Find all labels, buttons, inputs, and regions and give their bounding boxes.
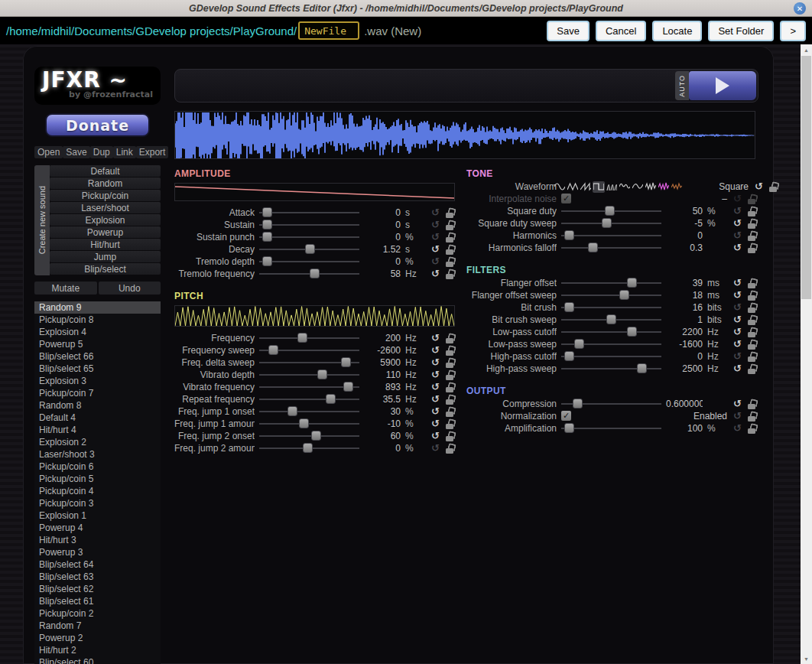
lock-icon[interactable]: [748, 194, 756, 204]
reset-icon[interactable]: ↺: [430, 256, 441, 267]
slider-thumb[interactable]: [602, 218, 612, 228]
param-slider[interactable]: [259, 418, 359, 430]
lock-icon[interactable]: [446, 220, 454, 230]
lock-icon[interactable]: [446, 395, 454, 405]
slider-thumb[interactable]: [262, 220, 272, 229]
param-slider[interactable]: [259, 430, 359, 442]
reset-icon[interactable]: ↺: [430, 443, 441, 454]
sound-list-item[interactable]: Hit/hurt 2: [34, 644, 161, 656]
slider-thumb[interactable]: [606, 314, 616, 324]
slider-thumb[interactable]: [311, 431, 321, 441]
toolbar-button-cancel[interactable]: Cancel: [596, 21, 646, 41]
slider-thumb[interactable]: [564, 351, 574, 361]
param-slider[interactable]: [561, 314, 661, 326]
lock-icon[interactable]: [446, 431, 454, 441]
param-slider[interactable]: [561, 205, 661, 217]
param-slider[interactable]: [259, 369, 359, 381]
slider-thumb[interactable]: [574, 339, 584, 349]
donate-button[interactable]: Donate: [45, 113, 150, 137]
param-slider[interactable]: [259, 442, 359, 454]
reset-icon[interactable]: ↺: [732, 302, 743, 313]
param-slider[interactable]: [259, 344, 359, 356]
reset-icon[interactable]: ↺: [430, 244, 441, 255]
breaker-waveform-icon[interactable]: [632, 181, 644, 193]
reset-icon[interactable]: ↺: [430, 207, 441, 218]
file-action-link[interactable]: Link: [113, 146, 136, 158]
sound-list-item[interactable]: Blip/select 61: [34, 595, 161, 607]
toolbar-button-save[interactable]: Save: [547, 21, 590, 41]
sound-list-item[interactable]: Laser/shoot 3: [34, 448, 161, 461]
reset-icon[interactable]: ↺: [430, 220, 441, 230]
file-action-save[interactable]: Save: [63, 146, 89, 158]
reset-icon[interactable]: ↺: [430, 382, 441, 392]
sine-waveform-icon[interactable]: [554, 181, 566, 193]
sound-list-item[interactable]: Pickup/coin 7: [34, 387, 161, 399]
autoplay-toggle[interactable]: AUTO: [675, 71, 689, 100]
reset-icon[interactable]: ↺: [430, 406, 441, 417]
sound-list-item[interactable]: Explosion 2: [34, 436, 161, 448]
lock-icon[interactable]: [769, 182, 778, 192]
lock-icon[interactable]: [748, 231, 756, 241]
tangent-waveform-icon[interactable]: [606, 181, 618, 193]
sound-list-item[interactable]: Default 4: [34, 412, 161, 424]
reset-icon[interactable]: ↺: [732, 339, 743, 350]
reset-icon[interactable]: ↺: [732, 230, 743, 241]
sound-list-item[interactable]: Random 8: [34, 399, 161, 412]
lock-icon[interactable]: [748, 291, 756, 301]
slider-thumb[interactable]: [262, 256, 272, 266]
scroll-down-icon[interactable]: ▼: [801, 653, 812, 664]
reset-icon[interactable]: ↺: [732, 363, 743, 374]
play-button[interactable]: [689, 71, 756, 100]
reset-icon[interactable]: ↺: [430, 394, 441, 405]
param-slider[interactable]: [259, 243, 359, 256]
reset-icon[interactable]: ↺: [732, 218, 743, 229]
slider-thumb[interactable]: [303, 443, 313, 453]
slider-thumb[interactable]: [305, 244, 315, 254]
param-slider[interactable]: [561, 422, 661, 435]
reset-icon[interactable]: ↺: [732, 314, 743, 325]
lock-icon[interactable]: [446, 245, 454, 255]
slider-thumb[interactable]: [297, 333, 307, 343]
param-slider[interactable]: [259, 332, 359, 344]
preset-hit-hurt[interactable]: Hit/hurt: [50, 239, 161, 250]
sound-list-item[interactable]: Pickup/coin 8: [34, 314, 161, 326]
sound-list-item[interactable]: Pickup/coin 2: [34, 607, 161, 620]
file-action-open[interactable]: Open: [34, 146, 63, 158]
slider-thumb[interactable]: [605, 206, 615, 216]
lock-icon[interactable]: [748, 424, 756, 434]
slider-thumb[interactable]: [326, 394, 336, 404]
param-slider[interactable]: [561, 338, 661, 350]
param-slider[interactable]: [561, 398, 661, 410]
slider-thumb[interactable]: [262, 232, 272, 242]
undo-button[interactable]: Undo: [99, 282, 161, 295]
lock-icon[interactable]: [446, 208, 454, 218]
lock-icon[interactable]: [446, 233, 454, 242]
param-slider[interactable]: [259, 219, 359, 231]
sound-list-item[interactable]: Hit/hurt 4: [34, 424, 161, 436]
reset-icon[interactable]: ↺: [430, 431, 441, 441]
reset-icon[interactable]: ↺: [430, 357, 441, 368]
file-action-dup[interactable]: Dup: [90, 146, 113, 158]
sound-list-item[interactable]: Blip/select 65: [34, 363, 161, 375]
whistle-waveform-icon[interactable]: [619, 181, 631, 193]
slider-thumb[interactable]: [310, 269, 320, 278]
sound-list-item[interactable]: Blip/select 63: [34, 571, 161, 583]
lock-icon[interactable]: [748, 207, 756, 216]
lock-icon[interactable]: [446, 257, 454, 267]
lock-icon[interactable]: [748, 412, 756, 422]
sound-list-item[interactable]: Blip/select 64: [34, 558, 161, 571]
preset-powerup[interactable]: Powerup: [50, 226, 161, 238]
reset-icon[interactable]: ↺: [732, 278, 743, 288]
sound-list-item[interactable]: Pickup/coin 5: [34, 473, 161, 485]
sound-list-item[interactable]: Random 7: [34, 620, 161, 632]
slider-thumb[interactable]: [287, 406, 297, 416]
toolbar-button-set-folder[interactable]: Set Folder: [708, 21, 774, 41]
slider-thumb[interactable]: [341, 357, 351, 367]
sound-list-item[interactable]: Powerup 4: [34, 522, 161, 534]
square-waveform-icon[interactable]: [593, 181, 605, 193]
preset-jump[interactable]: Jump: [50, 251, 161, 262]
sound-list-item[interactable]: Powerup 2: [34, 632, 161, 644]
lock-icon[interactable]: [446, 334, 454, 343]
preset-default[interactable]: Default: [50, 165, 161, 177]
triangle-waveform-icon[interactable]: [567, 181, 579, 193]
